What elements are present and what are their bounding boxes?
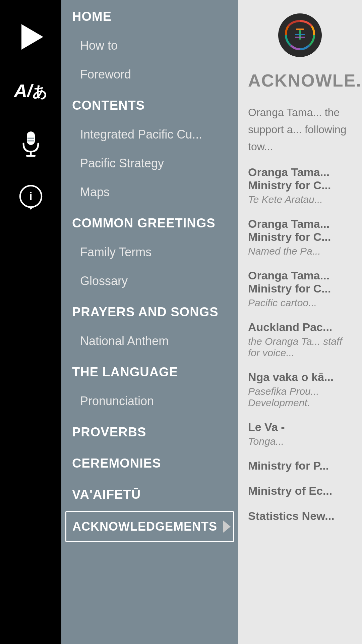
microphone-icon	[19, 131, 42, 158]
content-entry-3: Oranga Tama... Ministry for C... Pacific…	[248, 269, 352, 309]
entry-5-title: Nga vaka o kā...	[248, 371, 352, 384]
content-title: ACKNOWLE...	[248, 70, 352, 91]
nav-item-pacific-strategy[interactable]: Pacific Strategy	[61, 149, 238, 178]
microphone-button[interactable]	[14, 127, 48, 161]
nav-panel: HOME How to Foreword CONTENTS Integrated…	[61, 0, 238, 644]
entry-5-subtitle: Pasefika Prou... Development.	[248, 386, 352, 409]
entry-6-title: Le Va -	[248, 421, 352, 434]
nav-section-proverbs: PROVERBS	[61, 416, 238, 447]
content-entry-1: Oranga Tama... Ministry for C... Te Kete…	[248, 166, 352, 205]
nav-section-home: HOME	[61, 0, 238, 31]
nav-item-family-terms[interactable]: Family Terms	[61, 238, 238, 267]
content-entry-4: Auckland Pac... the Oranga Ta... staff f…	[248, 321, 352, 359]
app-logo	[278, 13, 322, 57]
nav-section-language: THE LANGUAGE	[61, 356, 238, 387]
svg-text:i: i	[29, 190, 32, 202]
language-icon: A/あ	[14, 82, 47, 100]
content-entry-8: Ministry of Ec...	[248, 484, 352, 497]
icon-bar: A/あ i	[0, 0, 61, 644]
entry-3-subtitle: Pacific cartoo...	[248, 297, 352, 309]
nav-item-how-to[interactable]: How to	[61, 31, 238, 60]
nav-section-ceremonies: CEREMONIES	[61, 447, 238, 478]
entry-6-subtitle: Tonga...	[248, 436, 352, 447]
content-entry-6: Le Va - Tonga...	[248, 421, 352, 447]
content-panel: ACKNOWLE... Oranga Tama... the support a…	[238, 0, 362, 644]
nav-section-contents: CONTENTS	[61, 89, 238, 120]
info-button[interactable]: i	[14, 181, 48, 215]
entry-9-title: Statistics New...	[248, 509, 352, 523]
entry-7-title: Ministry for P...	[248, 459, 352, 472]
nav-section-greetings: COMMON GREETINGS	[61, 207, 238, 238]
content-entry-5: Nga vaka o kā... Pasefika Prou... Develo…	[248, 371, 352, 409]
info-icon: i	[17, 184, 44, 211]
nav-section-prayers: PRAYERS AND SONGS	[61, 296, 238, 327]
entry-4-title: Auckland Pac...	[248, 321, 352, 334]
entry-2-title: Oranga Tama... Ministry for C...	[248, 217, 352, 244]
nav-item-foreword[interactable]: Foreword	[61, 60, 238, 89]
play-button[interactable]	[14, 20, 48, 54]
nav-item-pronunciation[interactable]: Pronunciation	[61, 387, 238, 416]
nav-item-integrated[interactable]: Integrated Pacific Cu...	[61, 120, 238, 149]
content-intro: Oranga Tama... the support a... followin…	[248, 104, 352, 156]
nav-section-vaifetu: VA'AIFETŪ	[61, 478, 238, 509]
nav-item-national-anthem[interactable]: National Anthem	[61, 327, 238, 356]
play-icon	[21, 24, 43, 50]
svg-rect-10	[296, 29, 304, 30]
nav-item-glossary[interactable]: Glossary	[61, 267, 238, 296]
entry-1-subtitle: Te Kete Aratau...	[248, 194, 352, 205]
svg-rect-2	[26, 155, 36, 157]
content-entry-9: Statistics New...	[248, 509, 352, 523]
nav-section-acknowledgements[interactable]: ACKNOWLEDGEMENTS	[65, 511, 234, 542]
entry-4-subtitle: the Oranga Ta... staff for voice...	[248, 336, 352, 359]
logo-svg	[283, 18, 317, 52]
entry-1-title: Oranga Tama... Ministry for C...	[248, 166, 352, 192]
entry-3-title: Oranga Tama... Ministry for C...	[248, 269, 352, 295]
entry-2-subtitle: Named the Pa...	[248, 246, 352, 257]
nav-item-maps[interactable]: Maps	[61, 178, 238, 207]
acknowledgements-arrow-icon	[223, 521, 231, 533]
entry-8-title: Ministry of Ec...	[248, 484, 352, 497]
language-button[interactable]: A/あ	[14, 74, 48, 107]
content-entry-7: Ministry for P...	[248, 459, 352, 472]
acknowledgements-label: ACKNOWLEDGEMENTS	[66, 512, 223, 541]
content-entry-2: Oranga Tama... Ministry for C... Named t…	[248, 217, 352, 257]
